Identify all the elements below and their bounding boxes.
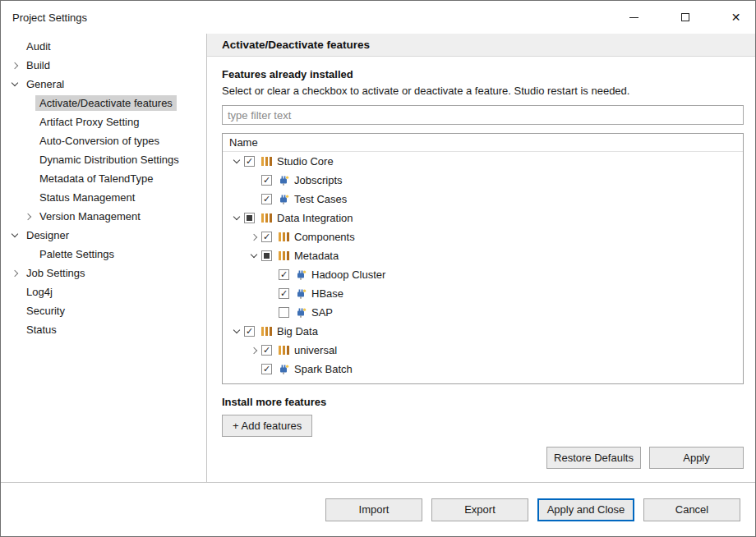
maximize-button[interactable] xyxy=(666,1,704,34)
twisty-spacer xyxy=(22,135,35,148)
twisty-spacer xyxy=(248,174,261,187)
restore-defaults-button[interactable]: Restore Defaults xyxy=(546,447,641,469)
sidebar-item-auto-conversion-of-types[interactable]: Auto-Conversion of types xyxy=(1,131,206,150)
feature-checkbox-checked[interactable] xyxy=(279,269,289,280)
tree-column-header-name[interactable]: Name xyxy=(223,134,743,152)
chevron-down-icon[interactable] xyxy=(231,212,244,225)
feature-row-test-cases[interactable]: Test Cases xyxy=(223,190,743,209)
feature-row-big-data[interactable]: Big Data xyxy=(223,322,743,341)
feature-checkbox-unchecked[interactable] xyxy=(279,307,289,318)
feature-label: HBase xyxy=(311,287,343,300)
feature-checkbox-checked[interactable] xyxy=(261,345,272,356)
sidebar-item-label: Artifact Proxy Setting xyxy=(35,114,143,130)
dialog-footer: Import Export Apply and Close Cancel xyxy=(1,482,755,536)
filter-input[interactable] xyxy=(222,105,744,125)
sidebar-item-version-management[interactable]: Version Management xyxy=(1,207,206,226)
feature-label: Test Cases xyxy=(294,193,347,205)
window-controls: ✕ xyxy=(602,1,755,34)
sidebar-item-label: Security xyxy=(22,303,69,319)
sidebar-item-label: Audit xyxy=(22,39,55,54)
import-button[interactable]: Import xyxy=(325,498,422,521)
sidebar-item-build[interactable]: Build xyxy=(1,56,206,75)
apply-and-close-button[interactable]: Apply and Close xyxy=(537,498,634,521)
chevron-down-icon[interactable] xyxy=(231,325,244,338)
feature-label: Metadata xyxy=(294,250,339,262)
chevron-down-icon[interactable] xyxy=(248,250,261,263)
sidebar-item-dynamic-distribution-settings[interactable]: Dynamic Distribution Settings xyxy=(1,150,206,169)
sidebar-item-label: Build xyxy=(22,57,54,73)
plugin-icon xyxy=(295,288,307,300)
feature-checkbox-checked[interactable] xyxy=(279,288,289,299)
chevron-right-icon[interactable] xyxy=(22,210,35,223)
feature-group-icon xyxy=(279,346,289,355)
plugin-icon xyxy=(278,194,289,205)
export-button[interactable]: Export xyxy=(431,498,528,521)
feature-checkbox-checked[interactable] xyxy=(244,156,255,167)
main-panel: Activate/Deactivate features Features al… xyxy=(207,34,755,482)
feature-row-jobscripts[interactable]: Jobscripts xyxy=(223,171,743,190)
feature-icon xyxy=(277,345,290,356)
minimize-button[interactable] xyxy=(615,1,653,34)
sidebar-item-general[interactable]: General xyxy=(1,75,206,94)
feature-icon xyxy=(277,232,290,243)
sidebar-item-designer[interactable]: Designer xyxy=(1,226,206,245)
chevron-right-icon[interactable] xyxy=(248,344,261,357)
sidebar-item-label: Metadata of TalendType xyxy=(35,171,158,186)
sidebar-item-label: Version Management xyxy=(35,209,145,224)
sidebar-item-status[interactable]: Status xyxy=(1,320,206,339)
sidebar-item-audit[interactable]: Audit xyxy=(1,37,206,56)
feature-checkbox-checked[interactable] xyxy=(261,232,272,242)
twisty-spacer xyxy=(265,306,279,319)
feature-row-hbase[interactable]: HBase xyxy=(223,284,743,303)
sidebar-item-palette-settings[interactable]: Palette Settings xyxy=(1,245,206,264)
feature-row-data-integration[interactable]: Data Integration xyxy=(223,209,743,227)
add-features-button[interactable]: + Add features xyxy=(222,415,312,437)
twisty-spacer xyxy=(22,172,35,186)
sidebar-item-job-settings[interactable]: Job Settings xyxy=(1,264,206,282)
feature-row-universal[interactable]: universal xyxy=(223,341,743,360)
apply-button[interactable]: Apply xyxy=(649,447,744,469)
feature-row-components[interactable]: Components xyxy=(223,227,743,246)
close-icon: ✕ xyxy=(731,11,741,23)
plugin-icon xyxy=(295,269,307,281)
feature-checkbox-partial[interactable] xyxy=(261,250,272,261)
project-settings-dialog: Project Settings ✕ Audit Build General A… xyxy=(0,0,756,537)
feature-checkbox-checked[interactable] xyxy=(261,175,272,186)
feature-checkbox-checked[interactable] xyxy=(244,326,255,337)
chevron-down-icon[interactable] xyxy=(231,155,244,168)
twisty-spacer xyxy=(22,191,35,204)
sidebar-item-security[interactable]: Security xyxy=(1,301,206,320)
sidebar-item-metadata-of-talendtype[interactable]: Metadata of TalendType xyxy=(1,169,206,188)
feature-row-hadoop-cluster[interactable]: Hadoop Cluster xyxy=(223,265,743,284)
twisty-spacer xyxy=(248,193,261,206)
sidebar-item-log4j[interactable]: Log4j xyxy=(1,282,206,301)
minimize-icon xyxy=(629,17,638,18)
feature-checkbox-checked[interactable] xyxy=(261,364,272,374)
twisty-spacer xyxy=(265,268,279,282)
cancel-button[interactable]: Cancel xyxy=(643,498,740,521)
feature-row-studio-core[interactable]: Studio Core xyxy=(223,152,743,171)
feature-label: Components xyxy=(294,231,355,243)
feature-row-metadata[interactable]: Metadata xyxy=(223,246,743,265)
installed-section-description: Select or clear a checkbox to activate o… xyxy=(222,85,744,97)
feature-label: Hadoop Cluster xyxy=(311,268,385,281)
chevron-right-icon[interactable] xyxy=(9,59,22,72)
features-tree-body: Studio Core Jobscripts xyxy=(223,152,743,379)
feature-row-sap[interactable]: SAP xyxy=(223,303,743,322)
sidebar-item-artifact-proxy-setting[interactable]: Artifact Proxy Setting xyxy=(1,112,206,131)
chevron-down-icon[interactable] xyxy=(9,229,22,242)
chevron-right-icon[interactable] xyxy=(9,267,22,280)
chevron-right-icon[interactable] xyxy=(248,231,261,244)
close-button[interactable]: ✕ xyxy=(717,1,755,34)
feature-icon xyxy=(260,213,273,224)
chevron-down-icon[interactable] xyxy=(9,78,22,91)
feature-checkbox-checked[interactable] xyxy=(261,194,272,204)
feature-label: Spark Batch xyxy=(294,363,353,375)
sidebar-item-label: Log4j xyxy=(22,284,57,300)
feature-icon xyxy=(294,288,307,300)
sidebar-item-activate-deactivate-features[interactable]: Activate/Deactivate features xyxy=(1,94,206,112)
feature-checkbox-partial[interactable] xyxy=(244,213,255,223)
twisty-spacer xyxy=(248,363,261,376)
feature-row-spark-batch[interactable]: Spark Batch xyxy=(223,360,743,379)
sidebar-item-status-management[interactable]: Status Management xyxy=(1,188,206,207)
